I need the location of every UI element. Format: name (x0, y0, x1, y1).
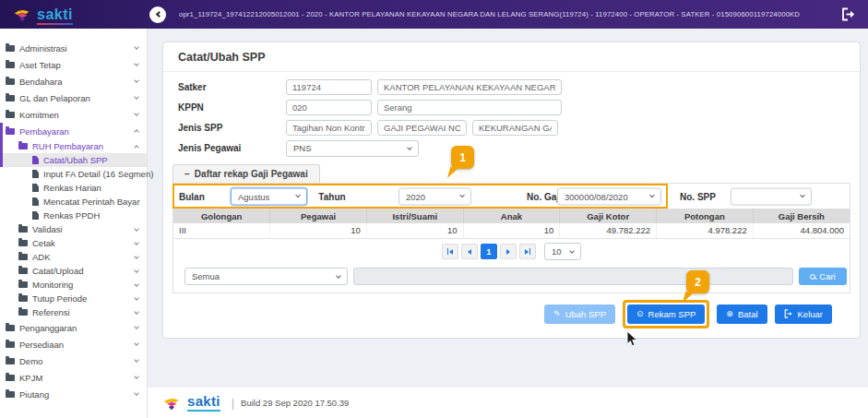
page-size-select[interactable]: 10 (544, 243, 581, 260)
chevron-down-icon (134, 374, 139, 379)
sidebar-item-penganggaran[interactable]: Penganggaran (0, 319, 147, 336)
sidebar-item-pembayaran[interactable]: Pembayaran (0, 123, 147, 139)
spp-form: Satker KPPN Jenis SPP Jenis Pegawai PNS (163, 72, 860, 156)
pagination-first-button[interactable] (442, 244, 458, 259)
sidebar-item-label: RUH Pembayaran (32, 141, 103, 151)
jenis-pegawai-select[interactable]: PNS (286, 140, 419, 157)
pagination-page-1[interactable]: 1 (481, 244, 497, 259)
record-circle-icon: ⊙ (636, 310, 644, 318)
sidebar-item-validasi[interactable]: Validasi (0, 222, 147, 236)
bulan-value: Agustus (238, 191, 269, 201)
search-filter-select[interactable]: Semua (184, 268, 348, 285)
sidebar-item-aset-tetap[interactable]: Aset Tetap (0, 56, 147, 73)
col-gaji-bersih: Gaji Bersih (753, 209, 850, 223)
tahun-select[interactable]: 2020 (398, 187, 471, 205)
batal-button[interactable]: ⊗ Batal (717, 305, 767, 324)
chevron-down-icon (134, 390, 139, 396)
jenis-spp-input-3[interactable] (472, 120, 558, 136)
sidebar-item-catat-ubah-spp[interactable]: Catat/Ubah SPP (0, 153, 147, 167)
chevron-down-icon (134, 281, 139, 287)
sidebar-item-monitoring[interactable]: Monitoring (0, 278, 147, 292)
chevron-down-icon (800, 193, 805, 198)
topbar: sakti opr1_119724_197412212005012001 - 2… (0, 0, 868, 29)
sidebar-item-input-fa-detail[interactable]: Input FA Detail (16 Segmen) (0, 167, 147, 181)
folder-icon (6, 341, 15, 348)
logout-button[interactable] (841, 7, 857, 25)
pagination-prev-button[interactable] (461, 244, 478, 259)
sidebar-item-komitmen[interactable]: Komitmen (0, 106, 147, 123)
sidebar-item-label: Persediaan (19, 340, 64, 350)
sidebar-item-label: Cetak (32, 238, 55, 248)
kppn-name-input[interactable] (377, 100, 562, 115)
sidebar-item-demo[interactable]: Demo (0, 352, 147, 369)
sidebar-item-label: Renkas Harian (43, 183, 101, 193)
cell-anak: 10 (463, 223, 560, 238)
chevron-down-icon (134, 226, 139, 232)
chevron-down-icon (569, 248, 575, 254)
triangle-right-icon (506, 249, 510, 255)
cell-istri-suami: 10 (366, 223, 463, 238)
sidebar-item-label: Bendahara (19, 77, 62, 87)
sidebar-collapse-button[interactable] (149, 6, 166, 23)
sidebar-item-renkas-ppdh[interactable]: Renkas PPDH (0, 209, 147, 222)
sidebar-item-label: Catat/Ubah SPP (43, 155, 108, 165)
sidebar-item-label: Catat/Upload (32, 266, 83, 276)
no-gaji-select[interactable]: 300000/08/2020 (557, 187, 661, 205)
sidebar-item-label: ADK (32, 252, 51, 262)
jenis-spp-input-1[interactable] (286, 120, 372, 136)
sidebar-item-kpjm[interactable]: KPJM (0, 369, 147, 386)
satker-code-input[interactable] (286, 79, 372, 95)
sidebar-item-label: Pembayaran (19, 126, 69, 137)
folder-icon (6, 45, 15, 52)
footer: sakti | Build 29 Sep 2020 17.50.39 (148, 388, 868, 418)
chevron-down-icon (407, 145, 412, 150)
search-row: Semua Cari (173, 265, 850, 293)
sidebar-item-bendahara[interactable]: Bendahara (0, 73, 147, 90)
folder-icon (6, 78, 15, 85)
folder-icon (6, 325, 15, 331)
table-row[interactable]: III 10 10 10 49.782.222 4.978.222 44.804… (173, 223, 850, 238)
satker-name-input[interactable] (377, 79, 562, 95)
sidebar-item-referensi[interactable]: Referensi (0, 305, 147, 319)
sidebar-item-cetak[interactable]: Cetak (0, 236, 147, 250)
chevron-down-icon (134, 324, 139, 329)
sidebar-item-mencatat-perintah-bayar[interactable]: Mencatat Perintah Bayar (0, 195, 147, 209)
kppn-code-input[interactable] (286, 100, 372, 115)
ubah-spp-button[interactable]: ✎ Ubah SPP (544, 305, 615, 324)
cari-button[interactable]: Cari (799, 268, 847, 285)
pagination-next-button[interactable] (500, 244, 517, 259)
pagination-last-button[interactable] (519, 244, 536, 259)
sidebar-item-label: Tutup Periode (32, 293, 87, 304)
sidebar-item-ruh-pembayaran[interactable]: RUH Pembayaran (0, 139, 147, 153)
tahun-label: Tahun (311, 191, 353, 201)
satker-row: Satker (178, 79, 845, 95)
keluar-button[interactable]: Keluar (775, 305, 832, 324)
rekap-gaji-panel-toggle[interactable]: − Daftar rekap Gaji Pegawai (172, 164, 320, 183)
no-spp-select[interactable] (731, 187, 812, 205)
sidebar-item-catat-upload[interactable]: Catat/Upload (0, 264, 147, 278)
search-input (353, 268, 793, 285)
sidebar-item-adk[interactable]: ADK (0, 250, 147, 264)
cancel-circle-icon: ⊗ (726, 310, 733, 318)
sidebar-item-label: Penganggaran (19, 323, 77, 333)
rekam-spp-button[interactable]: ⊙ Rekam SPP (627, 305, 705, 324)
sidebar-item-renkas-harian[interactable]: Renkas Harian (0, 181, 147, 195)
sidebar-item-persediaan[interactable]: Persediaan (0, 336, 147, 352)
file-icon (32, 184, 39, 192)
sidebar-item-label: Input FA Detail (16 Segmen) (43, 169, 153, 179)
cell-golongan: III (173, 223, 270, 238)
jenis-spp-input-2[interactable] (377, 120, 467, 136)
sidebar-item-label: Renkas PPDH (43, 210, 100, 221)
last-page-icon (529, 248, 531, 255)
sidebar-item-piutang[interactable]: Piutang (0, 386, 147, 402)
sidebar-item-gl-dan-pelaporan[interactable]: GL dan Pelaporan (0, 90, 147, 106)
sidebar-item-label: Piutang (19, 389, 49, 400)
bulan-select[interactable]: Agustus (231, 187, 307, 205)
folder-icon (18, 226, 28, 233)
sidebar-item-administrasi[interactable]: Administrasi (0, 40, 147, 56)
sidebar-item-tutup-periode[interactable]: Tutup Periode (0, 292, 147, 305)
sidebar-item-label: Referensi (32, 307, 70, 317)
chevron-down-icon (459, 193, 465, 198)
jenis-spp-label: Jenis SPP (178, 123, 286, 133)
sidebar-item-label: Demo (19, 356, 42, 366)
